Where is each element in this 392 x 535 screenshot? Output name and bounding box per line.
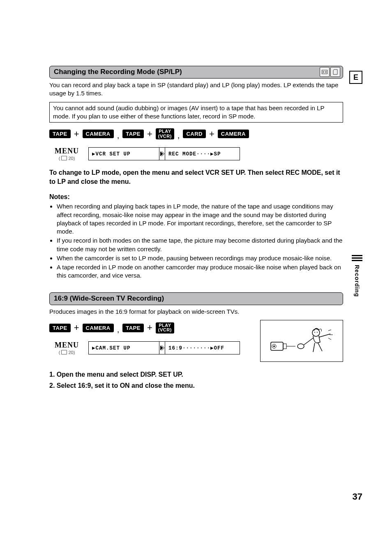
menu-option-rec-mode: REC MODE····▶SP <box>165 147 240 160</box>
notes-heading: Notes: <box>49 193 343 201</box>
section2-steps: 1. Open the menu and select DISP. SET UP… <box>49 370 343 391</box>
note-item: A tape recorded in LP mode on another ca… <box>57 263 343 280</box>
menu-label-block: MENU ( 20) <box>49 341 84 355</box>
menu-label-block: MENU ( 20) <box>49 147 84 161</box>
separator-comma: , <box>117 131 120 140</box>
menu-path-row-2: MENU ( 20) ▶CAM.SET UP 16:9········▶OFF <box>49 341 252 355</box>
plus-icon: + <box>147 322 152 333</box>
cassette-icon <box>320 67 330 77</box>
step-item: 2. Select 16:9, set it to ON and close t… <box>49 381 343 391</box>
menu-page-ref: ( 20) <box>49 350 84 355</box>
section-title: Changing the Recording Mode (SP/LP) <box>54 68 182 76</box>
svg-point-11 <box>297 344 304 349</box>
mode-badges-row-2: TAPE + CAMERA , TAPE + PLAY (VCR) <box>49 322 252 334</box>
badge-play-line1: PLAY <box>159 323 171 328</box>
badge-camera: CAMERA <box>218 130 249 138</box>
plus-icon: + <box>209 129 214 139</box>
badge-tape: TAPE <box>122 324 144 332</box>
badge-tape: TAPE <box>122 130 144 138</box>
badge-play-line2: (VCR) <box>158 327 172 332</box>
step-item: 1. Open the menu and select DISP. SET UP… <box>49 370 343 380</box>
svg-point-8 <box>312 329 320 336</box>
svg-rect-6 <box>283 344 286 349</box>
notes-list: When recording and playing back tapes in… <box>49 202 343 280</box>
note-item: When the camcorder is set to LP mode, pa… <box>57 254 343 262</box>
book-icon <box>61 156 67 160</box>
menu-page-ref: ( 20) <box>49 156 84 161</box>
section1-instruction: To change to LP mode, open the menu and … <box>49 168 343 186</box>
note-item: When recording and playing back tapes in… <box>57 202 343 236</box>
section-header-widescreen: 16:9 (Wide-Screen TV Recording) <box>49 292 343 305</box>
menu-ref-number: 20 <box>68 350 73 355</box>
badge-play-vcr: PLAY (VCR) <box>156 128 174 139</box>
page-number: 37 <box>353 491 362 502</box>
side-tab-lines-icon <box>352 255 362 262</box>
note-item: If you record in both modes on the same … <box>57 236 343 253</box>
menu-ref-number: 20 <box>68 156 73 161</box>
svg-point-1 <box>323 72 324 73</box>
svg-point-5 <box>273 345 275 347</box>
menu-word: MENU <box>49 341 84 350</box>
svg-point-2 <box>325 72 327 73</box>
badge-tape: TAPE <box>49 324 71 332</box>
menu-word: MENU <box>49 147 84 155</box>
section2-intro: Produces images in the 16:9 format for p… <box>49 308 343 316</box>
section-header-recording-mode: Changing the Recording Mode (SP/LP) <box>49 66 343 79</box>
language-indicator: E <box>349 71 362 84</box>
badge-play-line2: (VCR) <box>158 134 172 139</box>
widescreen-illustration <box>260 320 343 362</box>
badge-camera: CAMERA <box>83 324 114 332</box>
svg-rect-3 <box>271 342 283 350</box>
svg-point-10 <box>317 332 318 333</box>
arrow-right-icon <box>159 147 165 160</box>
badge-tape: TAPE <box>49 130 71 138</box>
badge-play-line1: PLAY <box>159 129 171 134</box>
mode-badges-row-1: TAPE + CAMERA , TAPE + PLAY (VCR) , CARD… <box>49 128 343 139</box>
plus-icon: + <box>74 322 79 333</box>
section-title: 16:9 (Wide-Screen TV Recording) <box>54 294 164 302</box>
book-icon <box>61 350 67 354</box>
svg-point-9 <box>314 332 315 333</box>
plus-icon: + <box>147 129 152 139</box>
separator-comma: , <box>178 131 180 140</box>
badge-camera: CAMERA <box>83 130 114 138</box>
side-tab-label: Recording <box>354 265 360 297</box>
separator-comma: , <box>117 325 120 334</box>
side-tab: Recording <box>352 255 362 297</box>
menu-option-vcr-setup: ▶VCR SET UP <box>88 147 159 160</box>
badge-play-vcr: PLAY (VCR) <box>156 322 174 334</box>
menu-path-row-1: MENU ( 20) ▶VCR SET UP REC MODE····▶SP <box>49 147 343 161</box>
menu-option-16-9: 16:9········▶OFF <box>165 341 240 354</box>
plus-icon: + <box>74 129 79 139</box>
section1-intro: You can record and play back a tape in S… <box>49 81 343 98</box>
arrow-right-icon <box>159 341 165 354</box>
badge-card: CARD <box>183 130 206 138</box>
card-icon <box>330 67 340 77</box>
section1-warning-box: You cannot add sound (audio dubbing) or … <box>49 102 343 123</box>
menu-option-cam-setup: ▶CAM.SET UP <box>88 341 159 354</box>
